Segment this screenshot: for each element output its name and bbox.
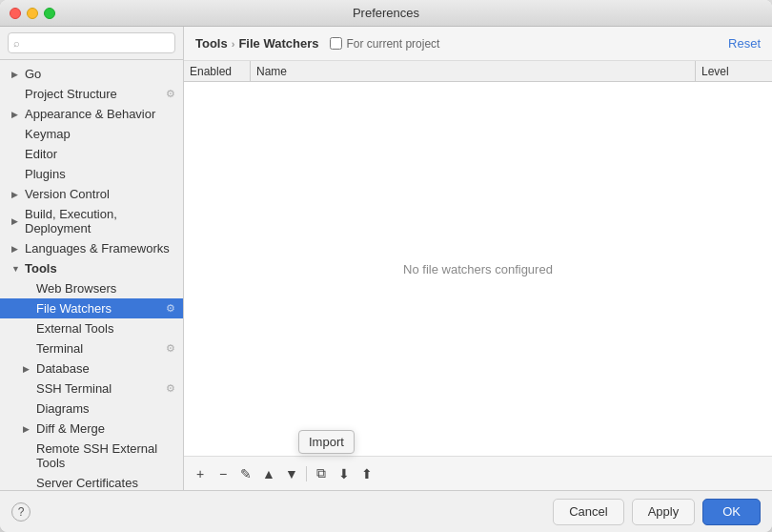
table-header: Enabled Name Level xyxy=(184,61,772,82)
sidebar-item-diagrams[interactable]: Diagrams xyxy=(0,399,183,419)
sidebar-item-label: Keymap xyxy=(25,127,175,141)
sidebar-item-keymap[interactable]: Keymap xyxy=(0,124,183,144)
sidebar-item-web-browsers[interactable]: Web Browsers xyxy=(0,278,183,298)
window-title: Preferences xyxy=(353,6,419,20)
sidebar-item-database[interactable]: ▶Database xyxy=(0,358,183,379)
sidebar-item-label: File Watchers xyxy=(36,301,166,316)
remove-button[interactable]: − xyxy=(213,463,234,484)
add-button[interactable]: + xyxy=(190,463,211,484)
maximize-button[interactable] xyxy=(44,8,55,19)
sidebar-item-terminal[interactable]: Terminal⚙ xyxy=(0,338,183,358)
sidebar-item-label: Appearance & Behavior xyxy=(25,107,175,121)
arrow-icon: ▶ xyxy=(11,110,23,119)
breadcrumb: Tools › File Watchers xyxy=(195,36,318,51)
bottom-bar: ? Cancel Apply OK xyxy=(0,490,772,532)
col-level-header: Level xyxy=(696,61,772,81)
sidebar-item-label: Plugins xyxy=(25,167,175,181)
sidebar-item-label: SSH Terminal xyxy=(36,381,166,396)
for-project-checkbox[interactable] xyxy=(330,37,342,50)
gear-icon: ⚙ xyxy=(166,302,175,315)
sidebar-item-remote-ssh-tools[interactable]: Remote SSH External Tools xyxy=(0,439,183,473)
import-popup-label: Import xyxy=(309,435,344,449)
table-area: Enabled Name Level No file watchers conf… xyxy=(184,61,772,456)
gear-icon: ⚙ xyxy=(166,88,175,100)
title-bar: Preferences xyxy=(0,0,772,27)
toolbar-separator xyxy=(306,466,307,481)
panel-header: Tools › File Watchers For current projec… xyxy=(184,27,772,61)
sidebar-item-label: Diff & Merge xyxy=(36,421,175,436)
sidebar-item-editor[interactable]: Editor xyxy=(0,144,183,164)
minimize-button[interactable] xyxy=(27,8,38,19)
preferences-window: Preferences ⌕ ▶GoProject Structure⚙▶Appe… xyxy=(0,0,772,532)
apply-button[interactable]: Apply xyxy=(632,499,696,525)
sidebar-item-label: Diagrams xyxy=(36,401,175,416)
traffic-lights xyxy=(10,8,55,19)
cancel-button[interactable]: Cancel xyxy=(553,499,623,525)
sidebar-item-label: Remote SSH External Tools xyxy=(36,441,175,470)
sidebar-item-label: Version Control xyxy=(25,187,175,201)
sidebar-item-server-certificates[interactable]: Server Certificates xyxy=(0,473,183,490)
edit-button[interactable]: ✎ xyxy=(235,463,256,484)
sidebar-item-tools[interactable]: ▼Tools xyxy=(0,258,183,278)
gear-icon: ⚙ xyxy=(166,342,175,355)
for-project-label: For current project xyxy=(346,37,439,51)
arrow-icon: ▶ xyxy=(11,216,23,226)
export-button[interactable]: ⬆ xyxy=(356,463,377,484)
search-input[interactable] xyxy=(8,32,175,53)
arrow-icon: ▶ xyxy=(23,364,34,374)
arrow-icon: ▶ xyxy=(23,424,34,434)
arrow-icon: ▶ xyxy=(11,244,23,254)
sidebar-item-build-exec-deploy[interactable]: ▶Build, Execution, Deployment xyxy=(0,204,183,238)
sidebar-item-label: Build, Execution, Deployment xyxy=(25,207,175,235)
sidebar-item-label: Server Certificates xyxy=(36,476,175,490)
help-button[interactable]: ? xyxy=(11,502,30,522)
sidebar-item-label: Go xyxy=(25,67,175,81)
breadcrumb-current: File Watchers xyxy=(238,36,318,51)
copy-button[interactable]: ⧉ xyxy=(311,463,332,484)
main-content: ⌕ ▶GoProject Structure⚙▶Appearance & Beh… xyxy=(0,27,772,490)
sidebar-list: ▶GoProject Structure⚙▶Appearance & Behav… xyxy=(0,60,183,490)
sidebar-item-label: Web Browsers xyxy=(36,281,175,296)
sidebar-item-go[interactable]: ▶Go xyxy=(0,64,183,84)
table-body: No file watchers configured xyxy=(184,82,772,456)
toolbar: + − ✎ ▲ ▼ ⧉ ⬇ ⬆ Import xyxy=(184,456,772,490)
bottom-buttons: Cancel Apply OK xyxy=(553,499,761,525)
sidebar-item-label: Project Structure xyxy=(25,87,166,101)
sidebar-item-languages-frameworks[interactable]: ▶Languages & Frameworks xyxy=(0,238,183,258)
sidebar-item-version-control[interactable]: ▶Version Control xyxy=(0,184,183,204)
sidebar: ⌕ ▶GoProject Structure⚙▶Appearance & Beh… xyxy=(0,27,184,490)
arrow-icon: ▶ xyxy=(11,190,23,199)
close-button[interactable] xyxy=(10,8,21,19)
gear-icon: ⚙ xyxy=(166,382,175,395)
breadcrumb-separator: › xyxy=(232,38,235,50)
for-project-section: For current project xyxy=(330,37,439,51)
reset-button[interactable]: Reset xyxy=(728,36,761,51)
sidebar-item-diff-merge[interactable]: ▶Diff & Merge xyxy=(0,419,183,439)
sidebar-item-appearance-behavior[interactable]: ▶Appearance & Behavior xyxy=(0,104,183,124)
sidebar-item-plugins[interactable]: Plugins xyxy=(0,164,183,184)
sidebar-item-label: Languages & Frameworks xyxy=(25,241,175,256)
sidebar-item-file-watchers[interactable]: File Watchers⚙ xyxy=(0,298,183,318)
move-up-button[interactable]: ▲ xyxy=(258,463,279,484)
arrow-icon: ▼ xyxy=(11,264,23,274)
search-icon: ⌕ xyxy=(13,37,20,49)
ok-button[interactable]: OK xyxy=(702,499,761,525)
sidebar-item-label: External Tools xyxy=(36,321,175,336)
import-popup: Import xyxy=(298,430,355,454)
right-panel: Tools › File Watchers For current projec… xyxy=(184,27,772,490)
breadcrumb-root: Tools xyxy=(195,36,228,51)
col-name-header: Name xyxy=(251,61,696,81)
sidebar-item-label: Terminal xyxy=(36,341,166,356)
sidebar-item-label: Database xyxy=(36,361,175,376)
arrow-icon: ▶ xyxy=(11,70,23,79)
sidebar-item-label: Editor xyxy=(25,147,175,161)
import-button[interactable]: ⬇ xyxy=(334,463,355,484)
empty-message: No file watchers configured xyxy=(403,262,553,276)
sidebar-item-ssh-terminal[interactable]: SSH Terminal⚙ xyxy=(0,379,183,399)
sidebar-item-external-tools[interactable]: External Tools xyxy=(0,318,183,338)
search-box: ⌕ xyxy=(0,27,183,60)
move-down-button[interactable]: ▼ xyxy=(281,463,302,484)
sidebar-item-label: Tools xyxy=(25,261,175,276)
col-enabled-header: Enabled xyxy=(184,61,251,81)
sidebar-item-project-structure[interactable]: Project Structure⚙ xyxy=(0,84,183,104)
